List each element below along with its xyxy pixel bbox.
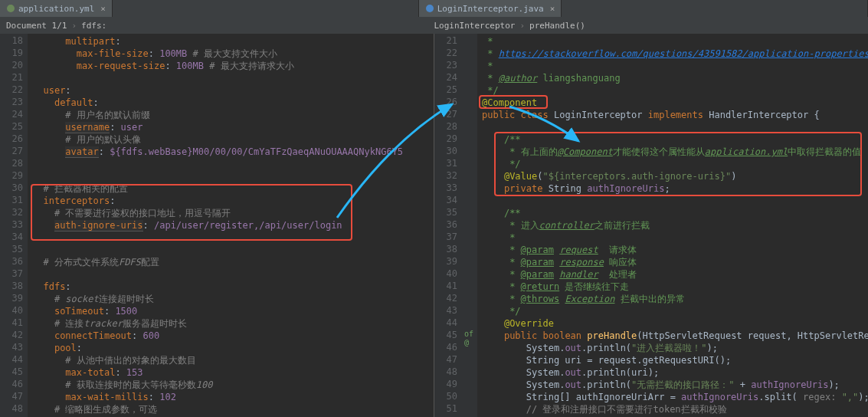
breadcrumb-right[interactable]: LoginInterceptor › preHandle() <box>434 21 863 31</box>
bc-item: preHandle() <box>529 21 585 31</box>
tab-application-yml[interactable]: application.yml × <box>0 0 113 17</box>
tab-bar: application.yml × LoginInterceptor.java … <box>0 0 868 17</box>
tab-spacer-right <box>562 0 868 17</box>
chevron-right-icon: › <box>71 21 77 31</box>
code-area[interactable]: * * https://stackoverflow.com/questions/… <box>477 34 868 417</box>
tab-login-interceptor[interactable]: LoginInterceptor.java × <box>419 0 562 17</box>
icon-gutter: of @ <box>462 34 477 417</box>
java-file-icon <box>425 4 434 13</box>
left-editor[interactable]: 1819202122232425262728293031323334353637… <box>0 34 434 417</box>
bc-item: Document 1/1 <box>6 21 67 31</box>
svg-point-1 <box>426 5 434 12</box>
tab-label: application.yml <box>18 4 94 14</box>
yml-file-icon <box>6 4 15 13</box>
bc-item: LoginInterceptor <box>434 21 516 31</box>
breadcrumb-bar: Document 1/1 › fdfs: LoginInterceptor › … <box>0 17 868 34</box>
close-icon[interactable]: × <box>550 4 555 14</box>
svg-point-0 <box>7 5 15 12</box>
editor-panes: 1819202122232425262728293031323334353637… <box>0 34 868 417</box>
tab-label: LoginInterceptor.java <box>437 4 544 14</box>
line-gutter: 2122232425262728293031323334353637383940… <box>434 34 462 417</box>
chevron-right-icon: › <box>519 21 525 31</box>
bc-item: fdfs: <box>81 21 106 31</box>
tab-spacer-left <box>113 0 419 17</box>
code-area[interactable]: multipart: max-file-size: 100MB # 最大支持文件… <box>28 34 434 417</box>
right-editor[interactable]: 2122232425262728293031323334353637383940… <box>434 34 868 417</box>
breadcrumb-left[interactable]: Document 1/1 › fdfs: <box>6 21 434 31</box>
ide-root: application.yml × LoginInterceptor.java … <box>0 0 868 417</box>
close-icon[interactable]: × <box>100 4 106 14</box>
line-gutter: 1819202122232425262728293031323334353637… <box>0 34 28 417</box>
